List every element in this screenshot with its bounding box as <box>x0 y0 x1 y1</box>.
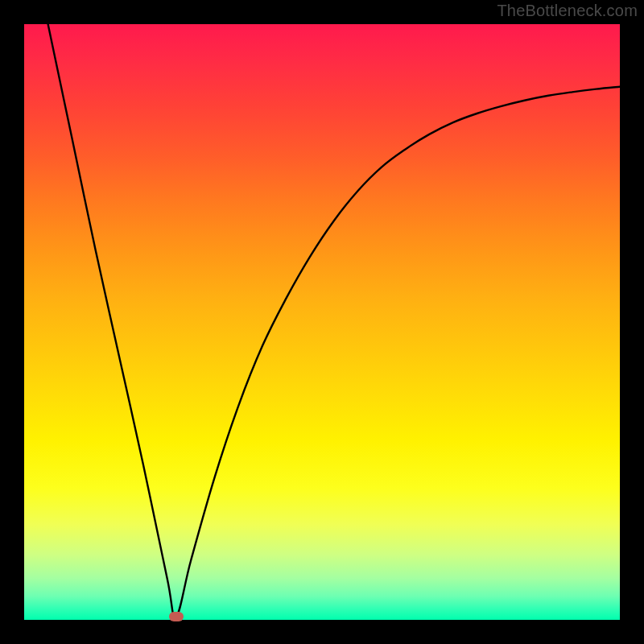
minimum-marker <box>169 612 184 621</box>
bottleneck-curve-path <box>48 24 620 617</box>
chart-frame: TheBottleneck.com <box>0 0 644 644</box>
bottleneck-curve-svg <box>24 24 620 620</box>
watermark-text: TheBottleneck.com <box>497 2 638 20</box>
